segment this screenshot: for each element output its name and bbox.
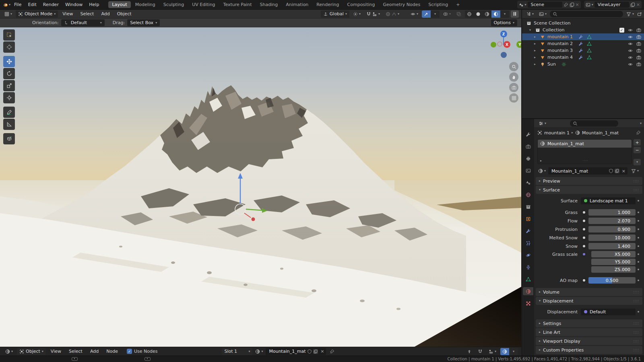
overlays-toggle[interactable]: ▾ (441, 10, 453, 18)
expand-arrow-icon[interactable]: ▸ (533, 56, 537, 59)
properties-tab-constraints[interactable] (523, 263, 533, 271)
surface-shader-field[interactable]: Landscape mat 1 (581, 197, 636, 204)
extras-dot-icon[interactable] (636, 311, 641, 313)
properties-editor-type[interactable]: ▾ (537, 120, 548, 127)
panel-line-art[interactable]: ▸ Line Art :::: (536, 328, 642, 336)
mode-selector[interactable]: Object Mode ▾ (16, 10, 58, 18)
xray-toggle[interactable] (454, 10, 463, 18)
orientation-setting-dropdown[interactable]: Default ▾ (61, 19, 105, 26)
new-view-layer-icon[interactable] (630, 2, 635, 7)
remove-slot-button[interactable]: − (634, 147, 641, 153)
measure-tool[interactable] (3, 119, 15, 130)
node-overlays-toggle[interactable] (500, 348, 509, 355)
panel-grip-icon[interactable]: :::: (633, 188, 639, 192)
animate-dot-icon[interactable] (636, 253, 641, 255)
new-material-icon[interactable] (615, 169, 619, 173)
ao-map-slider[interactable]: 0.500 (588, 277, 636, 284)
cursor-tool[interactable] (3, 41, 15, 53)
menu-select[interactable]: Select (66, 347, 85, 356)
unlink-material-icon[interactable]: × (319, 349, 325, 354)
animate-dot-icon[interactable] (636, 220, 641, 222)
grass-scale-x-field[interactable]: X 5.000 (591, 251, 636, 257)
workspace-tab-scripting[interactable]: Scripting (425, 1, 452, 8)
properties-tab-view-layer[interactable] (523, 167, 533, 175)
drag-setting-dropdown[interactable]: Select Box ▾ (127, 19, 160, 26)
menu-add[interactable]: Add (87, 347, 101, 356)
animate-dot-icon[interactable] (636, 280, 641, 281)
eye-icon[interactable] (627, 41, 634, 46)
workspace-tab-animation[interactable]: Animation (282, 1, 312, 8)
fake-user-shield-icon[interactable] (609, 169, 613, 173)
eye-icon[interactable] (627, 28, 634, 33)
breadcrumb-material[interactable]: Mountain_1_mat (582, 130, 619, 136)
decorator-icon[interactable] (581, 218, 587, 224)
slot-selector[interactable]: Slot 1 ▾ (222, 348, 252, 355)
navigation-gizmo[interactable]: Z X Y (487, 31, 520, 60)
outliner-search-input[interactable] (550, 11, 623, 17)
properties-tab-world[interactable] (523, 191, 533, 199)
view-layer-selector[interactable]: ▾ ViewLayer × (584, 1, 642, 8)
workspace-tab-sculpting[interactable]: Sculpting (160, 1, 188, 8)
properties-tab-tool[interactable] (523, 130, 533, 138)
outliner-row-mountain-4[interactable]: ▸ mountain 4 (522, 54, 644, 61)
transform-tool[interactable] (3, 92, 15, 103)
chevron-down-icon[interactable]: ▾ (640, 122, 642, 125)
pin-icon[interactable] (330, 349, 334, 354)
outliner-row-sun[interactable]: ▸ Sun (522, 61, 644, 68)
properties-tab-collection[interactable] (523, 203, 533, 211)
properties-tab-output[interactable] (523, 154, 533, 162)
scale-tool[interactable] (3, 80, 15, 91)
workspace-tab-shading[interactable]: Shading (256, 1, 282, 8)
material-name-field[interactable]: Mountain_1_mat × (266, 348, 326, 355)
outliner-display-mode[interactable]: ▾ (524, 10, 536, 18)
options-dropdown[interactable]: Options ▾ (491, 19, 517, 26)
eye-icon[interactable] (627, 62, 634, 67)
pin-icon[interactable] (636, 130, 641, 135)
panel-grip-icon[interactable]: :::: (633, 179, 639, 183)
material-slot-list[interactable]: Mountain_1_mat ▸ ···· (537, 139, 632, 164)
animate-dot-icon[interactable] (636, 261, 641, 263)
orthographic-toggle-button[interactable] (509, 93, 518, 103)
eye-icon[interactable] (627, 48, 634, 53)
annotate-tool[interactable] (3, 107, 15, 118)
animate-dot-icon[interactable] (636, 245, 641, 247)
grass-scale-y-field[interactable]: Y 5.000 (591, 259, 636, 265)
snap-node-toggle[interactable] (476, 348, 485, 355)
panel-surface[interactable]: ▾ Surface :::: (536, 186, 642, 194)
node-overlays-dropdown[interactable]: ▾ (509, 348, 518, 355)
add-slot-button[interactable]: + (634, 139, 641, 146)
material-filter-button[interactable]: ▾ (629, 167, 641, 175)
pivot-point-selector[interactable]: ▾ (351, 10, 363, 18)
panel-grip-icon[interactable]: :::: (633, 322, 639, 325)
outliner-filter-button[interactable]: ▾ (624, 10, 636, 18)
snap-node-target[interactable]: ▾ (487, 348, 498, 355)
properties-tab-render[interactable] (523, 142, 533, 150)
axis-y-positive[interactable]: Y (516, 41, 521, 48)
grass-value-field[interactable]: 1.000 (588, 209, 636, 216)
shading-solid-button[interactable] (474, 10, 483, 18)
properties-tab-scene[interactable] (523, 179, 533, 187)
properties-tab-physics[interactable] (523, 251, 533, 259)
panel-viewport-display[interactable]: ▸ Viewport Display :::: (536, 337, 642, 345)
outliner-row-mountain-3[interactable]: ▸ mountain 3 (522, 47, 644, 54)
scene-name[interactable]: Scene (528, 2, 562, 8)
visibility-dropdown[interactable]: ▾ (409, 10, 420, 18)
eye-icon[interactable] (627, 55, 634, 60)
panel-displacement[interactable]: ▾ Displacement :::: (536, 297, 642, 305)
axis-x-positive[interactable]: X (504, 41, 510, 48)
shader-editor-type-button[interactable]: ▾ (3, 348, 15, 355)
menu-view[interactable]: View (48, 347, 64, 356)
show-gizmos-toggle[interactable] (422, 10, 431, 18)
move-tool[interactable] (3, 56, 15, 67)
properties-tab-object[interactable] (523, 215, 533, 223)
parent-node-tree-button[interactable] (465, 348, 474, 355)
workspace-tab-rendering[interactable]: Rendering (313, 1, 343, 8)
melted-snow-value-field[interactable]: 10.000 (588, 234, 636, 241)
axis-z-negative[interactable] (501, 52, 507, 58)
camera-visibility-icon[interactable] (635, 28, 642, 33)
menu-file[interactable]: File (11, 0, 24, 9)
add-workspace-button[interactable]: + (452, 1, 463, 8)
extras-dot-icon[interactable] (636, 200, 641, 202)
browse-material-button[interactable]: ▾ (537, 167, 547, 175)
view-layer-name[interactable]: ViewLayer (594, 2, 629, 8)
